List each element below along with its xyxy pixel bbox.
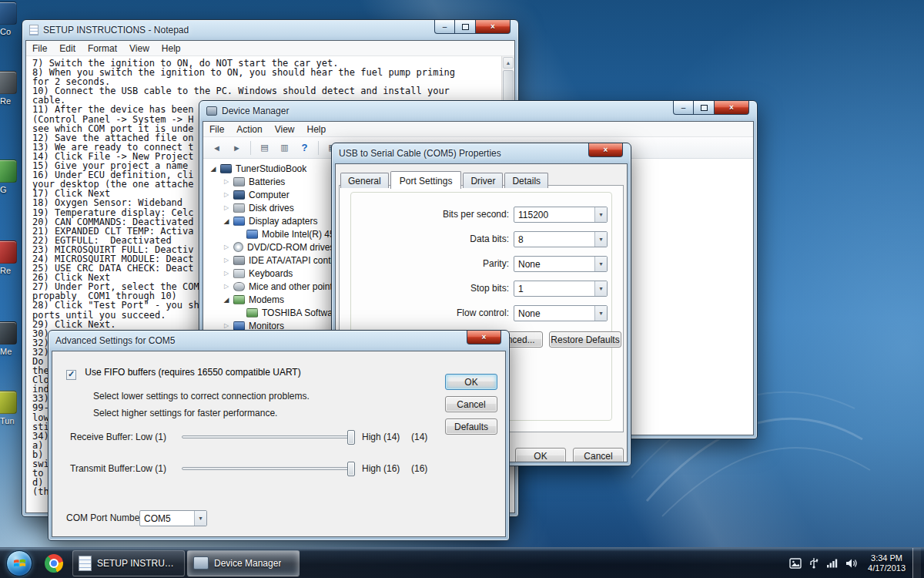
notepad-menu-format[interactable]: Format [82, 41, 123, 56]
desktop-icon[interactable]: Tun [0, 391, 23, 425]
chevron-down-icon[interactable]: ▾ [594, 281, 607, 296]
hint-lower: Select lower settings to correct connect… [93, 388, 310, 404]
ok-button[interactable]: OK [515, 448, 566, 462]
network-tray-icon[interactable] [826, 558, 839, 568]
defaults-button[interactable]: Defaults [445, 418, 497, 435]
advanced-title: Advanced Settings for COM5 [55, 335, 175, 346]
close-icon[interactable]: × [588, 143, 623, 157]
transmit-buffer-slider[interactable] [182, 467, 353, 470]
forward-icon[interactable]: ► [228, 139, 246, 156]
usb-tray-icon[interactable] [808, 557, 819, 569]
volume-tray-icon[interactable] [845, 558, 858, 569]
expand-icon[interactable]: ▷ [221, 283, 232, 290]
cancel-button[interactable]: Cancel [573, 448, 624, 462]
close-icon[interactable]: × [476, 20, 511, 34]
receive-buffer-slider[interactable] [182, 435, 353, 439]
properties-titlebar[interactable]: USB to Serial Cable (COM5) Properties [332, 143, 631, 163]
tree-item-label: IDE ATA/ATAPI contr [249, 255, 333, 266]
dm-menu-help[interactable]: Help [301, 122, 333, 137]
properties-caption-buttons: × [588, 143, 623, 157]
desktop: CoReGReMeTun SETUP INSTRUCTIONS - Notepa… [0, 0, 924, 578]
taskbar-button-notepad[interactable]: SETUP INSTRUCTI... [72, 550, 185, 576]
chevron-down-icon[interactable]: ▾ [194, 511, 206, 526]
form-row: Bits per second:115200▾ [340, 207, 623, 223]
field-combobox[interactable]: 1▾ [514, 281, 608, 297]
collapse-icon[interactable]: ◢ [208, 165, 219, 173]
hint-higher: Select higher settings for faster perfor… [93, 405, 277, 421]
help-icon[interactable]: ? [296, 139, 313, 156]
desktop-icon[interactable]: Re [0, 71, 23, 106]
device-manager-menubar: FileActionViewHelp [203, 122, 753, 137]
com-port-combobox[interactable]: COM5 ▾ [139, 510, 207, 526]
transmit-high-label: High (16) [362, 461, 400, 476]
desktop-icon-label: Co [0, 27, 23, 36]
close-icon[interactable]: × [715, 101, 749, 115]
field-label: Stop bits: [347, 281, 509, 297]
cancel-button[interactable]: Cancel [445, 396, 497, 412]
expand-icon[interactable]: ▷ [221, 257, 232, 264]
desktop-icon[interactable]: Re [0, 240, 23, 275]
maximize-icon[interactable] [694, 101, 715, 115]
minimize-icon[interactable]: – [434, 20, 455, 34]
field-label: Parity: [347, 256, 509, 272]
expand-icon[interactable]: ▷ [221, 191, 232, 198]
dm-menu-action[interactable]: Action [230, 122, 268, 137]
close-icon[interactable]: × [467, 331, 501, 344]
modem-icon [233, 295, 245, 304]
dm-menu-view[interactable]: View [269, 122, 301, 137]
expand-icon[interactable]: ▷ [221, 322, 232, 329]
back-icon[interactable]: ◄ [208, 139, 226, 156]
dm-menu-file[interactable]: File [203, 122, 230, 137]
taskbar-clock[interactable]: 3:34 PM 4/17/2013 [868, 553, 906, 573]
collapse-icon[interactable]: ◢ [221, 217, 232, 225]
tab-details[interactable]: Details [504, 173, 548, 188]
restore-defaults-button[interactable]: Restore Defaults [549, 331, 621, 348]
receive-buffer-label: Receive Buffer: [70, 429, 133, 445]
desktop-icon-image [0, 160, 17, 183]
slider-thumb[interactable] [347, 462, 355, 476]
desktop-icon[interactable]: Co [0, 2, 23, 36]
field-combobox[interactable]: 115200▾ [514, 207, 608, 223]
field-combobox[interactable]: 8▾ [514, 231, 608, 247]
expand-icon[interactable]: ▷ [221, 178, 232, 185]
chevron-down-icon[interactable]: ▾ [594, 306, 607, 321]
properties-icon[interactable]: ▥ [276, 139, 293, 156]
desktop-icon[interactable]: Me [0, 321, 23, 356]
notepad-menu-edit[interactable]: Edit [53, 41, 82, 56]
slider-thumb[interactable] [347, 430, 355, 445]
ok-button[interactable]: OK [445, 374, 497, 390]
maximize-icon[interactable] [455, 20, 476, 34]
tree-item-label: Keyboards [249, 268, 293, 279]
expand-icon[interactable]: ▷ [221, 244, 232, 250]
chevron-down-icon[interactable]: ▾ [594, 232, 607, 247]
field-combobox[interactable]: None▾ [514, 256, 608, 272]
expand-icon[interactable]: ▷ [221, 204, 232, 211]
minimize-icon[interactable]: – [673, 101, 694, 115]
field-combobox[interactable]: None▾ [514, 305, 608, 321]
computer-icon [233, 190, 245, 200]
collapse-icon[interactable]: ◢ [221, 296, 232, 304]
chevron-down-icon[interactable]: ▾ [594, 207, 607, 222]
tree-item-label: Batteries [249, 176, 285, 187]
notepad-menu-view[interactable]: View [123, 41, 156, 56]
tree-item-label: TOSHIBA Software [262, 307, 341, 318]
taskbar-button-device-manager[interactable]: Device Manager [187, 550, 300, 576]
tab-port-settings[interactable]: Port Settings [390, 171, 462, 189]
tree-item-label: Mobile Intel(R) 45 [262, 229, 335, 240]
desktop-icon[interactable]: G [0, 160, 23, 194]
tab-driver[interactable]: Driver [463, 173, 503, 188]
fifo-checkbox[interactable]: ✓ [66, 370, 76, 380]
notepad-menu-help[interactable]: Help [156, 41, 187, 56]
tab-general[interactable]: General [340, 173, 389, 188]
tree-item-label: Disk drives [249, 203, 294, 213]
chrome-taskbar-icon[interactable] [38, 550, 69, 576]
start-button[interactable] [6, 550, 32, 576]
advanced-titlebar[interactable]: Advanced Settings for COM5 [49, 331, 509, 351]
expand-icon[interactable]: ▷ [221, 270, 232, 277]
chevron-down-icon[interactable]: ▾ [594, 257, 607, 271]
photo-tray-icon[interactable] [789, 558, 802, 569]
console-window-icon[interactable]: ▤ [256, 139, 273, 156]
show-desktop-button[interactable] [912, 548, 921, 578]
notepad-menu-file[interactable]: File [26, 41, 53, 56]
scroll-up-icon[interactable]: ▲ [503, 57, 514, 69]
